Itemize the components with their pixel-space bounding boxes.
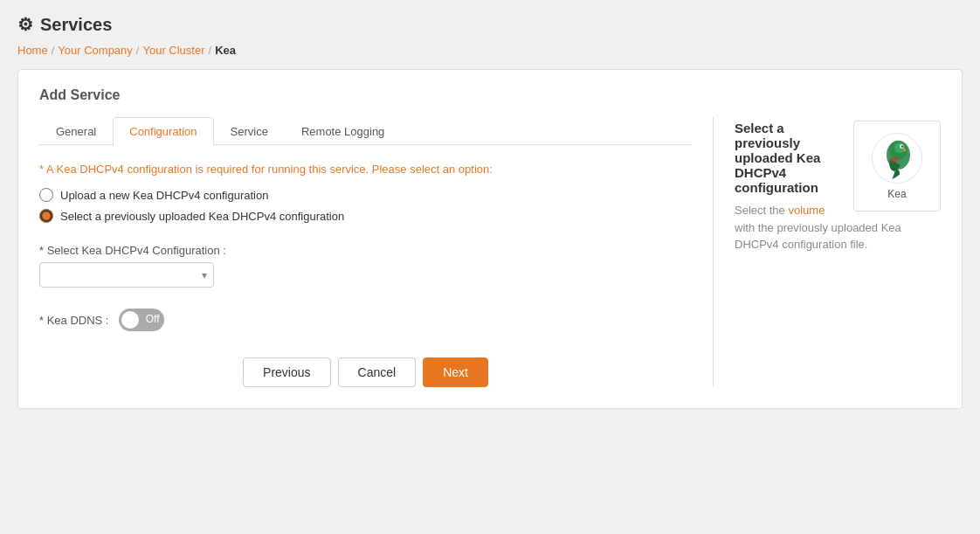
left-panel: General Configuration Service Remote Log…	[39, 117, 714, 387]
breadcrumb-cluster[interactable]: Your Cluster	[142, 44, 204, 57]
tab-service[interactable]: Service	[214, 117, 285, 145]
previous-button[interactable]: Previous	[243, 357, 330, 387]
radio-select-existing[interactable]: Select a previously uploaded Kea DHCPv4 …	[39, 209, 692, 223]
breadcrumb-sep-2: /	[136, 44, 140, 57]
required-notice: * A Kea DHCPv4 configuration is required…	[39, 163, 692, 176]
svg-point-6	[891, 157, 899, 163]
svg-point-3	[894, 142, 905, 153]
main-content: General Configuration Service Remote Log…	[39, 117, 941, 387]
radio-select-input[interactable]	[39, 209, 53, 223]
svg-point-5	[901, 145, 903, 147]
breadcrumb-sep-3: /	[209, 44, 212, 57]
breadcrumb-home[interactable]: Home	[17, 44, 48, 57]
radio-upload-label: Upload a new Kea DHCPv4 configuration	[60, 189, 268, 202]
tab-general[interactable]: General	[39, 117, 113, 145]
config-select-wrapper: ▾	[39, 262, 214, 288]
right-desc-link: volume	[788, 204, 825, 217]
ddns-label: * Kea DDNS :	[39, 314, 108, 327]
breadcrumb-company[interactable]: Your Company	[58, 44, 133, 57]
tabs-bar: General Configuration Service Remote Log…	[39, 117, 692, 145]
ddns-toggle[interactable]: Off	[119, 309, 164, 331]
right-panel: Kea Select a previously uploaded Kea DHC…	[714, 117, 941, 387]
radio-select-label: Select a previously uploaded Kea DHCPv4 …	[60, 210, 344, 223]
radio-group: Upload a new Kea DHCPv4 configuration Se…	[39, 188, 692, 223]
toggle-track[interactable]: Off	[119, 309, 164, 331]
ddns-toggle-row: * Kea DDNS : Off	[39, 309, 692, 331]
page-title: ⚙ Services	[17, 14, 963, 35]
next-button[interactable]: Next	[423, 357, 488, 387]
cancel-button[interactable]: Cancel	[338, 357, 417, 387]
gear-icon: ⚙	[17, 14, 33, 35]
toggle-off-label: Off	[146, 313, 160, 325]
breadcrumb: Home / Your Company / Your Cluster / Kea	[17, 44, 963, 57]
right-desc-part1: Select the	[735, 204, 785, 217]
kea-logo-label: Kea	[887, 188, 906, 200]
config-field-label: * Select Kea DHCPv4 Configuration :	[39, 244, 692, 257]
kea-logo-icon	[871, 132, 923, 184]
radio-upload[interactable]: Upload a new Kea DHCPv4 configuration	[39, 188, 692, 202]
page-wrapper: ⚙ Services Home / Your Company / Your Cl…	[0, 0, 980, 534]
kea-logo-box: Kea	[853, 121, 941, 212]
breadcrumb-sep-1: /	[52, 44, 55, 57]
tab-configuration[interactable]: Configuration	[113, 117, 213, 145]
card-title: Add Service	[39, 87, 941, 103]
button-row: Previous Cancel Next	[39, 357, 692, 387]
right-desc-part2: with the previously uploaded Kea DHCPv4 …	[735, 221, 901, 252]
add-service-card: Add Service General Configuration Servic…	[17, 69, 963, 409]
tab-remote-logging[interactable]: Remote Logging	[285, 117, 401, 145]
breadcrumb-current: Kea	[215, 44, 236, 57]
config-select[interactable]	[39, 262, 214, 288]
radio-upload-input[interactable]	[39, 188, 53, 202]
